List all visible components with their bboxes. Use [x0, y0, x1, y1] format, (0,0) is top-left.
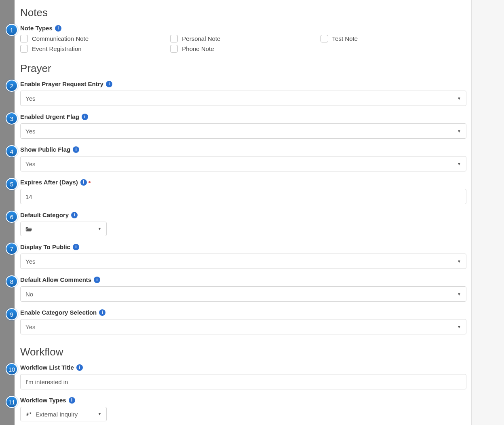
chevron-down-icon: ▼: [457, 325, 461, 329]
note-type-option[interactable]: Test Note: [321, 35, 466, 42]
select-value: Yes: [25, 258, 35, 265]
notes-section-title: Notes: [20, 6, 466, 19]
required-indicator: [89, 181, 91, 183]
default-category-picker[interactable]: ▼: [20, 222, 107, 236]
select-value: Yes: [25, 161, 35, 167]
step-badge-5: 5: [6, 178, 18, 190]
checkbox[interactable]: [20, 45, 28, 53]
step-badge-11: 11: [6, 396, 18, 408]
allow-comments-label: Default Allow Comments: [20, 276, 91, 283]
enable-prayer-field: 2 Enable Prayer Request Entry i Yes ▼: [20, 80, 466, 106]
select-value: Yes: [25, 128, 35, 135]
info-icon[interactable]: i: [106, 81, 112, 87]
checkbox-label: Communication Note: [32, 35, 89, 42]
step-badge-1: 1: [6, 24, 18, 36]
checkbox[interactable]: [170, 35, 178, 42]
info-icon[interactable]: i: [80, 179, 87, 186]
public-flag-select[interactable]: Yes ▼: [20, 156, 466, 171]
expires-label: Expires After (Days): [20, 179, 78, 186]
checkbox[interactable]: [321, 35, 328, 42]
note-types-label: Note Types: [20, 25, 53, 32]
picker-value: External Inquiry: [36, 411, 78, 418]
urgent-flag-field: 3 Enabled Urgent Flag i Yes ▼: [20, 113, 466, 139]
info-icon[interactable]: i: [69, 397, 75, 404]
display-public-label: Display To Public: [20, 243, 70, 250]
note-type-option[interactable]: Personal Note: [170, 35, 316, 42]
chevron-down-icon: ▼: [457, 129, 461, 133]
checkbox-label: Personal Note: [182, 35, 220, 42]
chevron-down-icon: ▼: [457, 259, 461, 264]
chevron-down-icon: ▼: [457, 292, 461, 296]
display-public-field: 7 Display To Public i Yes ▼: [20, 243, 466, 269]
workflow-types-label: Workflow Types: [20, 397, 66, 404]
display-public-select[interactable]: Yes ▼: [20, 254, 466, 269]
enable-prayer-label: Enable Prayer Request Entry: [20, 80, 103, 87]
note-type-option[interactable]: Phone Note: [170, 45, 316, 53]
urgent-flag-select[interactable]: Yes ▼: [20, 123, 466, 139]
prayer-section-title: Prayer: [20, 62, 466, 75]
step-badge-10: 10: [6, 363, 18, 375]
checkbox-label: Test Note: [332, 35, 358, 42]
select-value: No: [25, 291, 33, 298]
checkbox[interactable]: [20, 35, 28, 42]
step-badge-4: 4: [6, 145, 18, 157]
allow-comments-field: 8 Default Allow Comments i No ▼: [20, 276, 466, 302]
allow-comments-select[interactable]: No ▼: [20, 286, 466, 302]
chevron-down-icon: ▼: [457, 96, 461, 101]
checkbox[interactable]: [170, 45, 178, 53]
settings-panel: Notes 1 Note Types i Communication Note …: [15, 0, 472, 425]
enable-prayer-select[interactable]: Yes ▼: [20, 91, 466, 106]
select-value: Yes: [25, 95, 35, 102]
chevron-down-icon: ▼: [457, 162, 461, 166]
category-select-field: 9 Enable Category Selection i Yes ▼: [20, 309, 466, 334]
workflow-section-title: Workflow: [20, 346, 466, 358]
expires-field: 5 Expires After (Days) i: [20, 179, 466, 204]
checkbox-label: Event Registration: [32, 45, 82, 52]
info-icon[interactable]: i: [94, 277, 100, 283]
select-value: Yes: [25, 324, 35, 330]
expires-input-wrap[interactable]: [20, 189, 466, 204]
step-badge-7: 7: [6, 243, 18, 255]
gears-icon: [25, 411, 32, 417]
workflow-title-field: 10 Workflow List Title i: [20, 364, 466, 389]
info-icon[interactable]: i: [99, 309, 105, 316]
workflow-types-field: 11 Workflow Types i External Inquiry ▼: [20, 397, 466, 421]
workflow-types-picker[interactable]: External Inquiry ▼: [20, 407, 107, 421]
chevron-down-icon: ▼: [98, 412, 101, 416]
step-badge-9: 9: [6, 308, 18, 320]
default-category-label: Default Category: [20, 211, 69, 218]
note-type-option[interactable]: Event Registration: [20, 45, 166, 53]
note-type-option[interactable]: Communication Note: [20, 35, 166, 42]
info-icon[interactable]: i: [76, 364, 83, 371]
default-category-field: 6 Default Category i ▼: [20, 211, 466, 236]
workflow-title-label: Workflow List Title: [20, 364, 74, 371]
checkbox-label: Phone Note: [182, 45, 214, 52]
folder-open-icon: [25, 226, 32, 232]
step-badge-8: 8: [6, 275, 18, 288]
expires-input[interactable]: [25, 193, 461, 200]
urgent-flag-label: Enabled Urgent Flag: [20, 113, 79, 120]
info-icon[interactable]: i: [82, 114, 88, 120]
workflow-title-input-wrap[interactable]: [20, 374, 466, 389]
info-icon[interactable]: i: [55, 25, 61, 32]
category-select-select[interactable]: Yes ▼: [20, 319, 466, 334]
right-scroll-gutter: [472, 0, 504, 425]
step-badge-6: 6: [6, 211, 18, 223]
public-flag-field: 4 Show Public Flag i Yes ▼: [20, 146, 466, 171]
public-flag-label: Show Public Flag: [20, 146, 70, 153]
info-icon[interactable]: i: [73, 244, 79, 250]
workflow-title-input[interactable]: [25, 378, 461, 385]
step-badge-3: 3: [6, 112, 18, 125]
chevron-down-icon: ▼: [98, 227, 101, 231]
note-types-grid: Communication Note Personal Note Test No…: [20, 35, 466, 53]
step-badge-2: 2: [6, 80, 18, 92]
category-select-label: Enable Category Selection: [20, 309, 97, 316]
note-types-field: 1 Note Types i Communication Note Person…: [20, 25, 466, 53]
info-icon[interactable]: i: [73, 146, 79, 153]
info-icon[interactable]: i: [71, 212, 78, 218]
